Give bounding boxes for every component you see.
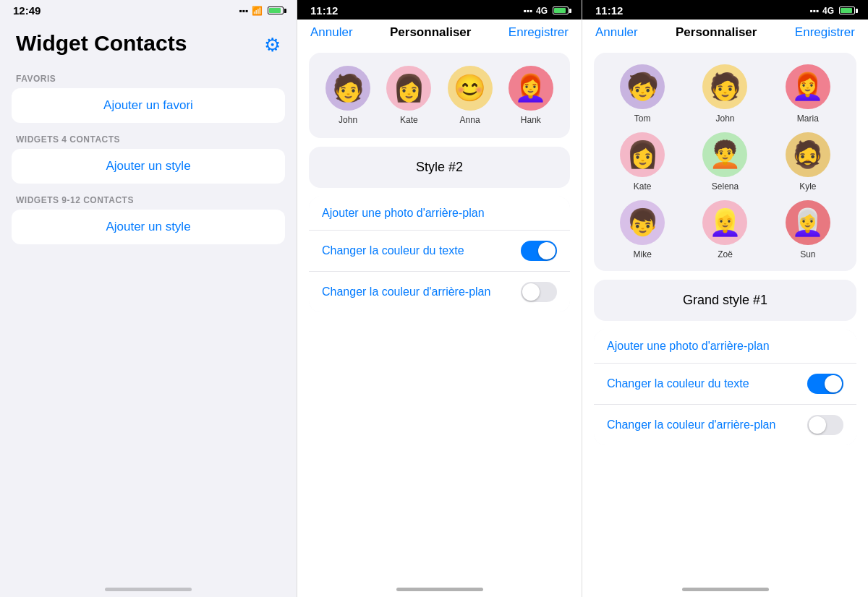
- status-icons-3: ▪▪▪ 4G: [809, 6, 855, 16]
- toggle-textcolor-3[interactable]: [807, 374, 843, 394]
- nav-title-3: Personnaliser: [676, 25, 757, 40]
- avatar-name-maria: Maria: [797, 113, 819, 124]
- network-label-2: 4G: [536, 6, 548, 16]
- avatar-item-tom[interactable]: 🧒 Tom: [605, 64, 679, 124]
- avatar-circle-maria: 👩‍🦰: [786, 64, 830, 109]
- avatar-circle-selena: 🧑‍🦱: [702, 132, 747, 177]
- option-label-textcolor-3: Changer la couleur du texte: [607, 377, 749, 390]
- avatar-circle-tom: 🧒: [620, 64, 665, 109]
- toggle-knob-textcolor-3: [825, 375, 842, 392]
- status-icons-1: ▪▪▪ 📶: [239, 6, 284, 16]
- option-label-textcolor-2: Changer la couleur du texte: [322, 244, 464, 257]
- avatar-circle-kyle: 🧔: [786, 132, 830, 177]
- avatar-name-selena: Selena: [712, 181, 739, 192]
- cancel-button-2[interactable]: Annuler: [310, 25, 353, 40]
- avatar-item-kyle[interactable]: 🧔 Kyle: [771, 132, 845, 192]
- option-row-photo-3[interactable]: Ajouter une photo d'arrière-plan: [594, 330, 856, 363]
- avatar-name-tom: Tom: [634, 113, 651, 124]
- avatar-circle-mike: 👦: [620, 200, 665, 245]
- avatar-item-sun[interactable]: 👩‍🦳 Sun: [771, 200, 845, 259]
- style-label-3: Grand style #1: [683, 293, 767, 307]
- options-section-3: Ajouter une photo d'arrière-plan Changer…: [594, 330, 856, 445]
- home-indicator-2: [396, 588, 483, 591]
- avatar-name-anna: Anna: [460, 115, 480, 125]
- signal-icon-2: ▪▪▪: [523, 6, 532, 16]
- avatar-circle-john: 🧑: [326, 66, 370, 111]
- panel-2: 11:12 ▪▪▪ 4G Annuler Personnaliser Enreg…: [297, 0, 582, 597]
- save-button-2[interactable]: Enregistrer: [509, 25, 569, 40]
- add-favori-button[interactable]: Ajouter un favori: [12, 88, 285, 123]
- status-bar-1: 12:49 ▪▪▪ 📶: [0, 0, 297, 20]
- style-label-2: Style #2: [416, 160, 463, 174]
- cancel-button-3[interactable]: Annuler: [595, 25, 638, 40]
- avatar-grid-3: 🧒 Tom 🧑 John 👩‍🦰 Maria 👩 Kate 🧑‍🦱 Selena…: [594, 53, 856, 271]
- option-row-textcolor-2[interactable]: Changer la couleur du texte: [309, 230, 570, 271]
- avatar-section-2: 🧑 John 👩 Kate 😊 Anna 👩‍🦰 Hank: [309, 53, 570, 138]
- panel-1: 12:49 ▪▪▪ 📶 Widget Contacts ⚙ FAVORIS Aj…: [0, 0, 297, 597]
- page-title: Widget Contacts: [16, 31, 187, 55]
- avatar-item-zoe[interactable]: 👱‍♀️ Zoë: [688, 200, 762, 259]
- avatar-circle-hank: 👩‍🦰: [509, 66, 553, 111]
- avatar-item-hank[interactable]: 👩‍🦰 Hank: [509, 66, 553, 125]
- style-section-2: Style #2: [309, 147, 570, 188]
- panel-3: 11:12 ▪▪▪ 4G Annuler Personnaliser Enreg…: [582, 0, 868, 597]
- save-button-3[interactable]: Enregistrer: [795, 25, 855, 40]
- avatar-name-kate3: Kate: [634, 181, 652, 192]
- avatar-item-kate[interactable]: 👩 Kate: [386, 66, 431, 125]
- gear-icon[interactable]: ⚙: [264, 34, 281, 56]
- option-label-bgcolor-2: Changer la couleur d'arrière-plan: [322, 285, 490, 298]
- option-label-bgcolor-3: Changer la couleur d'arrière-plan: [607, 418, 775, 431]
- section-label-w4: WIDGETS 4 CONTACTS: [0, 123, 297, 149]
- widgets4-list: Ajouter un style: [12, 149, 285, 184]
- battery-icon-1: [268, 7, 284, 14]
- signal-icon-1: ▪▪▪: [239, 6, 248, 16]
- home-indicator-1: [105, 588, 192, 591]
- toggle-knob-bgcolor-2: [522, 283, 540, 301]
- avatar-circle-zoe: 👱‍♀️: [702, 200, 747, 245]
- avatar-name-kate: Kate: [400, 115, 418, 125]
- nav-bar-3: Annuler Personnaliser Enregistrer: [582, 20, 868, 44]
- section-label-favoris: FAVORIS: [0, 62, 297, 88]
- avatar-circle-kate3: 👩: [620, 132, 665, 177]
- avatar-name-hank: Hank: [521, 115, 541, 125]
- avatar-item-kate3[interactable]: 👩 Kate: [605, 132, 679, 192]
- avatar-name-kyle: Kyle: [799, 181, 816, 192]
- avatar-item-selena[interactable]: 🧑‍🦱 Selena: [688, 132, 762, 192]
- toggle-knob-textcolor-2: [538, 242, 556, 259]
- avatar-name-zoe: Zoë: [718, 249, 733, 259]
- avatar-item-john[interactable]: 🧑 John: [326, 66, 370, 125]
- status-icons-2: ▪▪▪ 4G: [523, 6, 569, 16]
- toggle-textcolor-2[interactable]: [521, 241, 557, 261]
- style-section-3: Grand style #1: [594, 280, 856, 321]
- wifi-icon-1: 📶: [252, 6, 263, 16]
- avatar-name-john: John: [339, 115, 357, 125]
- avatar-circle-john3: 🧑: [702, 64, 747, 109]
- section-label-w912: WIDGETS 9-12 CONTACTS: [0, 184, 297, 210]
- nav-title-2: Personnaliser: [390, 25, 471, 40]
- avatar-item-john3[interactable]: 🧑 John: [688, 64, 762, 124]
- add-style-w4-button[interactable]: Ajouter un style: [12, 149, 285, 184]
- avatar-circle-sun: 👩‍🦳: [786, 200, 830, 245]
- status-bar-3: 11:12 ▪▪▪ 4G: [582, 0, 868, 20]
- option-row-bgcolor-3[interactable]: Changer la couleur d'arrière-plan: [594, 404, 856, 445]
- toggle-knob-bgcolor-3: [809, 416, 826, 434]
- status-bar-2: 11:12 ▪▪▪ 4G: [297, 0, 582, 20]
- battery-icon-3: [839, 7, 855, 14]
- avatar-circle-anna: 😊: [448, 66, 493, 111]
- p1-header: Widget Contacts ⚙: [0, 20, 297, 62]
- option-row-bgcolor-2[interactable]: Changer la couleur d'arrière-plan: [309, 271, 570, 312]
- avatar-circle-kate: 👩: [386, 66, 431, 111]
- toggle-bgcolor-2[interactable]: [521, 282, 557, 302]
- network-label-3: 4G: [822, 6, 834, 16]
- avatar-item-maria[interactable]: 👩‍🦰 Maria: [771, 64, 845, 124]
- avatar-item-mike[interactable]: 👦 Mike: [605, 200, 679, 259]
- avatar-item-anna[interactable]: 😊 Anna: [448, 66, 493, 125]
- avatar-name-sun: Sun: [800, 249, 815, 259]
- option-row-photo-2[interactable]: Ajouter une photo d'arrière-plan: [309, 197, 570, 230]
- add-style-w912-button[interactable]: Ajouter un style: [12, 210, 285, 244]
- option-label-photo-2: Ajouter une photo d'arrière-plan: [322, 207, 485, 220]
- status-time-2: 11:12: [310, 4, 338, 17]
- option-row-textcolor-3[interactable]: Changer la couleur du texte: [594, 363, 856, 404]
- battery-icon-2: [553, 7, 569, 14]
- toggle-bgcolor-3[interactable]: [807, 415, 843, 435]
